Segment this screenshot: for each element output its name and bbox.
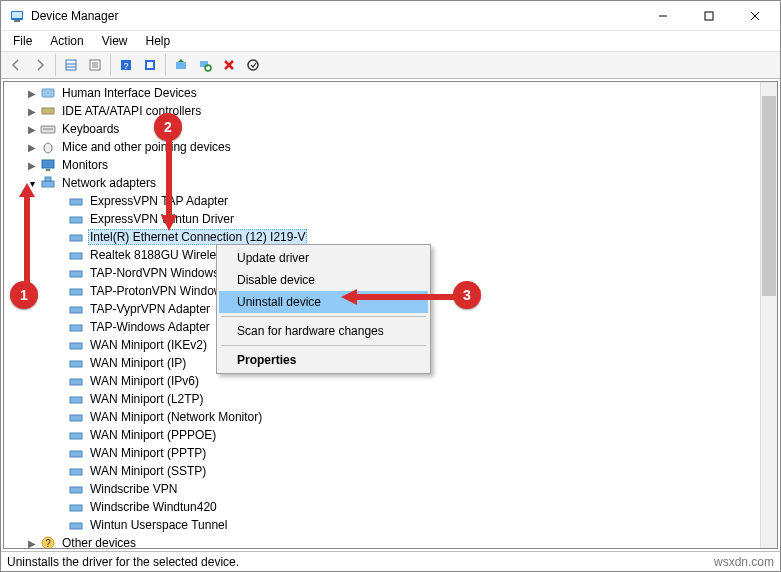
svg-rect-25 <box>42 108 54 114</box>
scrollbar-thumb[interactable] <box>762 96 776 296</box>
expand-icon[interactable]: ▶ <box>26 87 38 99</box>
device-item[interactable]: WAN Miniport (PPPOE) <box>8 426 760 444</box>
device-item[interactable]: WAN Miniport (PPTP) <box>8 444 760 462</box>
svg-rect-41 <box>70 343 82 349</box>
device-label: TAP-Windows Adapter <box>88 319 212 335</box>
svg-rect-1 <box>12 12 22 18</box>
category-network-adapters[interactable]: ▾ Network adapters <box>8 174 760 192</box>
annotation-arrow-3 <box>341 287 456 307</box>
network-adapter-icon <box>68 373 84 389</box>
show-hide-tree-button[interactable] <box>60 54 82 76</box>
device-item[interactable]: Wintun Userspace Tunnel <box>8 516 760 534</box>
options-toolbar-button[interactable] <box>139 54 161 76</box>
svg-rect-18 <box>176 62 186 69</box>
expand-icon[interactable]: ▶ <box>26 537 38 548</box>
svg-rect-46 <box>70 433 82 439</box>
network-icon <box>40 175 56 191</box>
menu-file[interactable]: File <box>5 32 40 50</box>
category-label: Monitors <box>60 157 110 173</box>
menu-view[interactable]: View <box>94 32 136 50</box>
svg-rect-37 <box>70 271 82 277</box>
uninstall-toolbar-button[interactable] <box>218 54 240 76</box>
help-toolbar-button[interactable]: ? <box>115 54 137 76</box>
network-adapter-icon <box>68 193 84 209</box>
network-adapter-icon <box>68 283 84 299</box>
svg-rect-33 <box>70 199 82 205</box>
svg-rect-19 <box>200 61 208 67</box>
device-item[interactable]: Windscribe Windtun420 <box>8 498 760 516</box>
menu-help[interactable]: Help <box>138 32 179 50</box>
annotation-callout-2: 2 <box>154 113 182 141</box>
device-item[interactable]: WAN Miniport (SSTP) <box>8 462 760 480</box>
minimize-button[interactable] <box>640 1 686 31</box>
svg-rect-43 <box>70 379 82 385</box>
device-item[interactable]: WAN Miniport (Network Monitor) <box>8 408 760 426</box>
expand-icon[interactable]: ▶ <box>26 159 38 171</box>
svg-rect-7 <box>66 60 76 70</box>
device-item[interactable]: ExpressVPN TAP Adapter <box>8 192 760 210</box>
annotation-callout-1: 1 <box>10 281 38 309</box>
svg-rect-30 <box>46 169 50 171</box>
svg-rect-50 <box>70 505 82 511</box>
other-devices-icon: ? <box>40 535 56 548</box>
context-menu: Update driver Disable device Uninstall d… <box>216 244 431 374</box>
network-adapter-icon <box>68 319 84 335</box>
svg-rect-40 <box>70 325 82 331</box>
svg-point-28 <box>44 143 52 153</box>
category-label: Human Interface Devices <box>60 85 199 101</box>
category-keyboards[interactable]: ▶ Keyboards <box>8 120 760 138</box>
category-mice[interactable]: ▶ Mice and other pointing devices <box>8 138 760 156</box>
category-monitors[interactable]: ▶ Monitors <box>8 156 760 174</box>
annotation-arrow-2 <box>159 139 179 231</box>
category-hid[interactable]: ▶ Human Interface Devices <box>8 84 760 102</box>
category-label: Other devices <box>60 535 138 548</box>
menu-action[interactable]: Action <box>42 32 91 50</box>
svg-text:?: ? <box>123 61 128 71</box>
device-item[interactable]: ExpressVPN Wintun Driver <box>8 210 760 228</box>
device-item[interactable]: Windscribe VPN <box>8 480 760 498</box>
annotation-arrow-1 <box>17 183 37 283</box>
device-label: WAN Miniport (PPPOE) <box>88 427 218 443</box>
device-item[interactable]: WAN Miniport (IPv6) <box>8 372 760 390</box>
expand-icon[interactable]: ▶ <box>26 123 38 135</box>
update-driver-toolbar-button[interactable] <box>170 54 192 76</box>
close-button[interactable] <box>732 1 778 31</box>
expand-icon[interactable]: ▶ <box>26 105 38 117</box>
device-label: WAN Miniport (SSTP) <box>88 463 208 479</box>
device-label: TAP-VyprVPN Adapter <box>88 301 212 317</box>
device-label: TAP-NordVPN Windows <box>88 265 221 281</box>
category-other-devices[interactable]: ▶ ? Other devices <box>8 534 760 548</box>
network-adapter-icon <box>68 391 84 407</box>
network-adapter-icon <box>68 355 84 371</box>
network-adapter-icon <box>68 409 84 425</box>
svg-marker-55 <box>19 183 35 197</box>
context-scan-hardware[interactable]: Scan for hardware changes <box>219 320 428 342</box>
expand-icon[interactable]: ▶ <box>26 141 38 153</box>
svg-rect-49 <box>70 487 82 493</box>
device-label: WAN Miniport (IPv6) <box>88 373 201 389</box>
disable-toolbar-button[interactable] <box>242 54 264 76</box>
app-icon <box>9 8 25 24</box>
network-adapter-icon <box>68 247 84 263</box>
vertical-scrollbar[interactable] <box>760 82 777 548</box>
svg-marker-57 <box>161 215 177 231</box>
device-item[interactable]: WAN Miniport (L2TP) <box>8 390 760 408</box>
context-separator <box>221 316 426 317</box>
scan-hardware-toolbar-button[interactable] <box>194 54 216 76</box>
svg-rect-2 <box>14 20 20 22</box>
context-separator <box>221 345 426 346</box>
properties-toolbar-button[interactable] <box>84 54 106 76</box>
network-adapter-icon <box>68 211 84 227</box>
maximize-button[interactable] <box>686 1 732 31</box>
category-ide[interactable]: ▶ IDE ATA/ATAPI controllers <box>8 102 760 120</box>
device-label: WAN Miniport (L2TP) <box>88 391 206 407</box>
device-label: Realtek 8188GU Wireless <box>88 247 230 263</box>
network-adapter-icon <box>68 445 84 461</box>
svg-rect-48 <box>70 469 82 475</box>
window-title: Device Manager <box>31 9 640 23</box>
context-update-driver[interactable]: Update driver <box>219 247 428 269</box>
device-label: TAP-ProtonVPN Windows <box>88 283 231 299</box>
svg-rect-51 <box>70 523 82 529</box>
title-bar: Device Manager <box>1 1 780 31</box>
context-properties[interactable]: Properties <box>219 349 428 371</box>
